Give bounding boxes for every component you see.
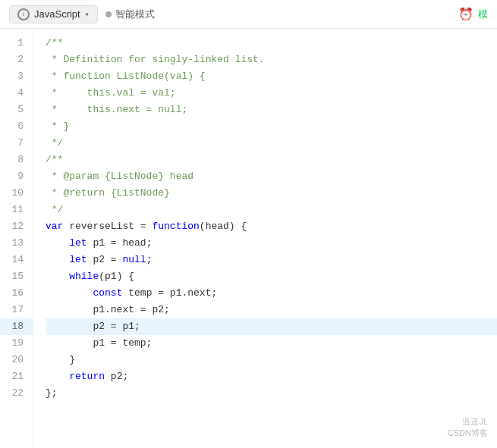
code-line-8: /**	[46, 152, 497, 168]
line-num-11: 11	[0, 202, 33, 218]
code-line-18: p2 = p1;	[46, 318, 497, 335]
line-num-4: 4	[0, 85, 33, 102]
code-line-19: p1 = temp;	[46, 335, 497, 352]
line-num-13: 13	[0, 235, 33, 252]
line-num-14: 14	[0, 252, 33, 268]
line-num-12: 12	[0, 218, 33, 235]
line-num-8: 8	[0, 152, 33, 168]
code-line-22: };	[46, 385, 497, 402]
timer-icon: ⏰	[458, 7, 473, 22]
language-selector[interactable]: i JavaScript ▾	[9, 5, 98, 23]
code-line-13: let p1 = head;	[46, 235, 497, 252]
mode-label: 智能模式	[115, 8, 155, 21]
line-num-17: 17	[0, 302, 33, 318]
code-line-20: }	[46, 352, 497, 368]
line-num-15: 15	[0, 268, 33, 285]
line-num-2: 2	[0, 52, 33, 68]
line-num-20: 20	[0, 352, 33, 368]
chevron-down-icon: ▾	[85, 10, 90, 19]
code-line-12: var reverseList = function(head) {	[46, 218, 497, 235]
code-line-5: * this.next = null;	[46, 102, 497, 118]
line-num-10: 10	[0, 185, 33, 202]
mode-indicator: 智能模式	[105, 8, 155, 21]
code-line-14: let p2 = null;	[46, 252, 497, 268]
code-content[interactable]: /** * Definition for singly-linked list.…	[33, 29, 497, 448]
line-num-18: 18	[0, 318, 33, 335]
line-num-3: 3	[0, 68, 33, 85]
line-num-1: 1	[0, 35, 33, 52]
header-right-actions: ⏰ 模	[458, 7, 488, 22]
line-num-19: 19	[0, 335, 33, 352]
line-num-6: 6	[0, 118, 33, 135]
line-num-16: 16	[0, 285, 33, 302]
line-numbers: 1 2 3 4 5 6 7 8 9 10 11 12 13 14 15 16 1…	[0, 29, 33, 448]
code-line-17: p1.next = p2;	[46, 302, 497, 318]
js-icon: i	[17, 8, 30, 20]
code-line-15: while(p1) {	[46, 268, 497, 285]
language-label: JavaScript	[34, 8, 80, 20]
code-line-6: * }	[46, 118, 497, 135]
line-num-9: 9	[0, 168, 33, 185]
code-line-9: * @param {ListNode} head	[46, 168, 497, 185]
code-line-7: */	[46, 135, 497, 152]
code-line-3: * function ListNode(val) {	[46, 68, 497, 85]
code-line-21: return p2;	[46, 368, 497, 385]
code-line-1: /**	[46, 35, 497, 52]
code-editor: 1 2 3 4 5 6 7 8 9 10 11 12 13 14 15 16 1…	[0, 29, 497, 448]
line-num-22: 22	[0, 385, 33, 402]
code-line-4: * this.val = val;	[46, 85, 497, 102]
line-num-21: 21	[0, 368, 33, 385]
code-line-10: * @return {ListNode}	[46, 185, 497, 202]
editor-header: i JavaScript ▾ 智能模式 ⏰ 模	[0, 0, 497, 29]
code-line-2: * Definition for singly-linked list.	[46, 52, 497, 68]
line-num-5: 5	[0, 102, 33, 118]
code-line-11: */	[46, 202, 497, 218]
code-line-16: const temp = p1.next;	[46, 285, 497, 302]
mode-dot-icon	[105, 11, 112, 17]
line-num-7: 7	[0, 135, 33, 152]
action-label[interactable]: 模	[478, 8, 488, 21]
